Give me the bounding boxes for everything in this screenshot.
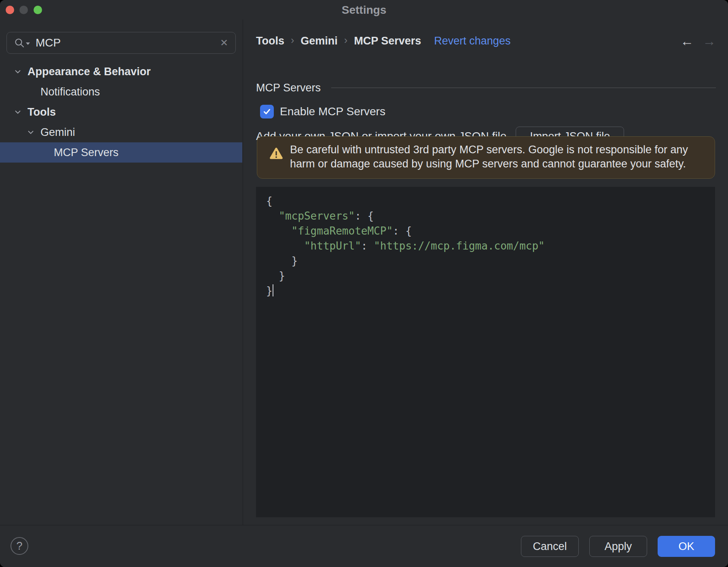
- apply-button[interactable]: Apply: [589, 536, 647, 557]
- footer-buttons: Cancel Apply OK: [521, 536, 715, 557]
- json-editor[interactable]: { "mcpServers": { "figmaRemoteMCP": { "h…: [256, 187, 715, 517]
- settings-window: Settings ✕ Appearance & Behavior Notific…: [0, 0, 728, 567]
- search-icon: [14, 38, 30, 48]
- ok-button[interactable]: OK: [658, 536, 715, 557]
- code-line: "mcpServers": {: [266, 209, 715, 224]
- cancel-button[interactable]: Cancel: [521, 536, 579, 557]
- footer-bar: ? Cancel Apply OK: [0, 525, 728, 567]
- warning-banner: Be careful with untrusted 3rd party MCP …: [257, 136, 715, 179]
- breadcrumb: Tools › Gemini › MCP Servers Revert chan…: [256, 32, 716, 49]
- window-title: Settings: [0, 0, 728, 19]
- history-nav: ← →: [680, 34, 716, 48]
- checkmark-icon: [262, 107, 271, 116]
- breadcrumb-separator: ›: [344, 34, 347, 47]
- section-title: MCP Servers: [256, 82, 321, 94]
- clear-search-icon[interactable]: ✕: [220, 38, 228, 48]
- back-arrow-icon[interactable]: ←: [680, 34, 694, 48]
- chevron-down-icon[interactable]: [26, 128, 35, 137]
- chevron-down-icon[interactable]: [13, 67, 22, 76]
- search-input[interactable]: [30, 36, 220, 49]
- warning-triangle-icon: [269, 147, 283, 160]
- sidebar-item-label: Notifications: [0, 86, 100, 98]
- sidebar-item-label: Appearance & Behavior: [0, 66, 151, 78]
- code-line: "httpUrl": "https://mcp.figma.com/mcp": [266, 239, 715, 254]
- enable-mcp-servers-checkbox[interactable]: [260, 105, 274, 118]
- json-code: { "mcpServers": { "figmaRemoteMCP": { "h…: [256, 187, 715, 298]
- sidebar-item-notifications[interactable]: Notifications: [0, 82, 242, 102]
- settings-tree: Appearance & Behavior Notifications Tool…: [0, 61, 242, 163]
- section-header: MCP Servers: [256, 81, 716, 95]
- enable-mcp-servers-row[interactable]: Enable MCP Servers: [260, 104, 385, 119]
- section-divider: [331, 87, 716, 88]
- enable-mcp-servers-label: Enable MCP Servers: [280, 105, 385, 118]
- code-line: }: [266, 269, 715, 284]
- help-button[interactable]: ?: [11, 537, 28, 555]
- breadcrumb-gemini[interactable]: Gemini: [301, 35, 338, 47]
- chevron-down-icon[interactable]: [13, 108, 22, 116]
- code-line: }: [266, 254, 715, 269]
- sidebar-item-label: Gemini: [0, 126, 75, 139]
- sidebar-item-appearance-behavior[interactable]: Appearance & Behavior: [0, 61, 242, 82]
- settings-search-box[interactable]: ✕: [6, 32, 236, 54]
- sidebar-item-tools[interactable]: Tools: [0, 102, 242, 122]
- breadcrumb-tools[interactable]: Tools: [256, 35, 284, 47]
- sidebar-item-gemini[interactable]: Gemini: [0, 122, 242, 142]
- code-line: {: [266, 194, 715, 209]
- titlebar: Settings: [0, 0, 728, 19]
- text-cursor: [273, 284, 273, 296]
- forward-arrow-icon: →: [703, 34, 716, 48]
- code-line: }: [266, 284, 715, 298]
- warning-text: Be careful with untrusted 3rd party MCP …: [290, 143, 705, 171]
- breadcrumb-mcp-servers: MCP Servers: [354, 35, 421, 47]
- search-options-caret-icon[interactable]: [26, 42, 30, 45]
- sidebar-item-label: Tools: [0, 106, 56, 118]
- settings-content: Tools › Gemini › MCP Servers Revert chan…: [243, 19, 728, 525]
- sidebar-item-label: MCP Servers: [0, 146, 119, 159]
- sidebar-item-mcp-servers[interactable]: MCP Servers: [0, 142, 242, 163]
- code-line: "figmaRemoteMCP": {: [266, 224, 715, 239]
- breadcrumb-separator: ›: [291, 34, 294, 47]
- settings-sidebar: ✕ Appearance & Behavior Notifications To…: [0, 19, 243, 525]
- revert-changes-link[interactable]: Revert changes: [434, 35, 510, 47]
